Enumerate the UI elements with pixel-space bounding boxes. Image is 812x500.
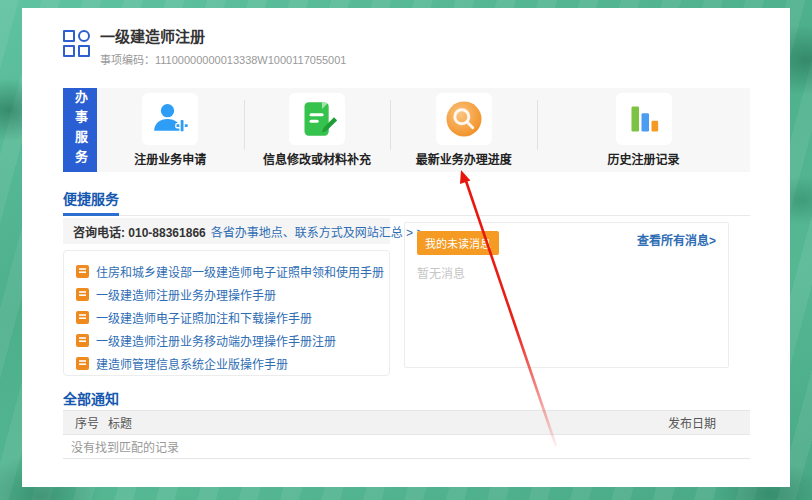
item-code: 事项编码：11100000000013338W1000117055001 (100, 51, 346, 67)
action-latest-progress[interactable]: 最新业务办理进度 (390, 88, 537, 172)
book-icon (76, 357, 89, 370)
user-plus-icon (142, 93, 198, 145)
manual-links-box: 住房和城乡建设部一级建造师电子证照申领和使用手册 一级建造师注册业务办理操作手册… (63, 250, 390, 376)
action-info-modify[interactable]: 信息修改或材料补充 (244, 88, 391, 172)
unread-messages-panel: 我的未读消息 查看所有消息> 暂无消息 (404, 222, 729, 368)
tab-unread-messages[interactable]: 我的未读消息 (417, 231, 499, 255)
app-header: 一级建造师注册 事项编码：11100000000013338W100011705… (63, 28, 346, 67)
tab-service-hall-label: 办事服务 (63, 90, 97, 170)
section-quick-services: 便捷服务 (63, 188, 750, 216)
action-label: 信息修改或材料补充 (263, 150, 371, 167)
divider (537, 100, 538, 150)
manual-link[interactable]: 一级建造师电子证照加注和下载操作手册 (96, 309, 312, 326)
quick-action-strip: 办事服务 注册业务申请 (63, 88, 750, 172)
logo-square-2 (63, 45, 75, 57)
manual-link[interactable]: 建造师管理信息系统企业版操作手册 (96, 355, 288, 372)
action-label: 最新业务办理进度 (416, 150, 512, 167)
book-icon (76, 265, 89, 278)
book-icon (76, 334, 89, 347)
action-register-apply[interactable]: 注册业务申请 (97, 88, 244, 172)
document-edit-icon (289, 93, 345, 145)
app-logo-icon (63, 30, 90, 57)
divider (390, 100, 391, 150)
list-item: 一级建造师注册业务办理操作手册 (76, 283, 389, 306)
offices-link[interactable]: 各省办事地点、联系方式及网站汇总 > > (211, 223, 424, 240)
bar-chart-icon (616, 93, 672, 145)
section-rule (63, 215, 750, 216)
consult-phone: 咨询电话: 010-88361866 (73, 223, 206, 240)
list-item: 住房和城乡建设部一级建造师电子证照申领和使用手册 (76, 260, 389, 283)
tab-service-hall[interactable]: 办事服务 (63, 88, 97, 172)
logo-square-1 (63, 30, 75, 42)
action-history-records[interactable]: 历史注册记录 (537, 88, 750, 172)
book-icon (76, 311, 89, 324)
section-title: 便捷服务 (63, 188, 119, 216)
notices-table: 序号 标题 发布日期 没有找到匹配的记录 (63, 410, 750, 459)
content-panel: 一级建造师注册 事项编码：11100000000013338W100011705… (22, 8, 790, 487)
page-title: 一级建造师注册 (100, 28, 346, 46)
manual-link[interactable]: 一级建造师注册业务办理操作手册 (96, 286, 276, 303)
divider (244, 100, 245, 150)
col-seq: 序号 (63, 414, 108, 431)
logo-square-3 (78, 45, 90, 57)
item-code-value: 11100000000013338W1000117055001 (155, 54, 346, 66)
table-header-row: 序号 标题 发布日期 (63, 410, 750, 435)
list-item: 一级建造师注册业务移动端办理操作手册注册 (76, 329, 389, 352)
logo-circle (78, 30, 90, 42)
manual-link[interactable]: 一级建造师注册业务移动端办理操作手册注册 (96, 332, 336, 349)
quick-actions: 注册业务申请 信息修改或材料补充 (97, 88, 750, 172)
list-item: 一级建造师电子证照加注和下载操作手册 (76, 306, 389, 329)
table-empty-row: 没有找到匹配的记录 (63, 435, 750, 459)
col-date: 发布日期 (668, 414, 750, 431)
action-label: 历史注册记录 (608, 150, 680, 167)
magnifier-icon (436, 93, 492, 145)
consult-phone-bar: 咨询电话: 010-88361866 各省办事地点、联系方式及网站汇总 > > (63, 218, 390, 244)
col-title: 标题 (108, 414, 668, 431)
item-code-label: 事项编码： (100, 54, 155, 66)
messages-empty-text: 暂无消息 (417, 264, 716, 281)
book-icon (76, 288, 89, 301)
manual-link[interactable]: 住房和城乡建设部一级建造师电子证照申领和使用手册 (96, 263, 384, 280)
view-all-messages-link[interactable]: 查看所有消息> (637, 231, 716, 248)
action-label: 注册业务申请 (134, 150, 206, 167)
list-item: 建造师管理信息系统企业版操作手册 (76, 352, 389, 375)
